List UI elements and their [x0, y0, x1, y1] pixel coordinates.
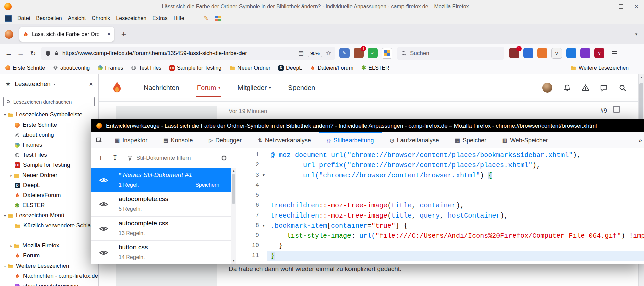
- lock-icon[interactable]: [54, 51, 59, 56]
- pen-extension-button[interactable]: ✎: [339, 48, 350, 58]
- bookmark-item[interactable]: ✱ELSTER: [361, 65, 389, 71]
- sidebar-close-icon[interactable]: ×: [89, 80, 93, 88]
- stylesheet-item[interactable]: button.css14 Regeln.: [91, 241, 236, 264]
- tree-bookmark-row[interactable]: ✱ELSTER: [0, 200, 98, 210]
- ext-3-button[interactable]: [537, 48, 547, 58]
- code-line[interactable]: [267, 181, 644, 191]
- tree-bookmark-row[interactable]: DDeepL: [0, 180, 98, 190]
- new-stylesheet-button[interactable]: +: [98, 153, 103, 163]
- site-nav-mitglieder[interactable]: Mitglieder▾: [238, 84, 271, 92]
- scrollbar-thumb[interactable]: [232, 174, 235, 204]
- other-bookmarks-button[interactable]: Weitere Lesezeichen: [570, 65, 629, 71]
- tree-bookmark-row[interactable]: Kürzlich verwendete Schlagwörter: [0, 221, 98, 231]
- devtools-tab-stilbearbeitung[interactable]: {}Stilbearbeitung: [319, 132, 382, 148]
- tree-bookmark-row[interactable]: Test Files: [0, 150, 98, 160]
- filter-stylesheets-input[interactable]: Stil-Dokumente filtern: [136, 155, 191, 161]
- stylesheet-list-scrollbar[interactable]: ▲ ▼: [231, 168, 236, 264]
- tree-bookmark-row[interactable]: about:config: [0, 130, 98, 140]
- menubar-grid-extension-icon[interactable]: [214, 15, 222, 22]
- save-link[interactable]: Speichern: [195, 182, 219, 188]
- css-source-editor[interactable]: 123▼45678▼91011 @-moz-document url("chro…: [236, 148, 644, 264]
- code-line[interactable]: list-style-image: url("file:///C:/Users/…: [267, 231, 644, 241]
- list-all-tabs-button[interactable]: ▾: [635, 32, 637, 37]
- tree-bookmark-row[interactable]: Frames: [0, 140, 98, 150]
- code-line[interactable]: .bookmark-item[container="true"] {: [267, 221, 644, 231]
- ext-1-button[interactable]: 1: [509, 48, 519, 58]
- twisty-open-icon[interactable]: ▾: [3, 214, 7, 218]
- fold-arrow-icon[interactable]: ▼: [262, 224, 265, 227]
- bookmark-item[interactable]: Test Files: [131, 65, 161, 71]
- menu-item-lesezeichen[interactable]: Lesezeichen: [113, 15, 149, 21]
- reader-mode-icon[interactable]: ▤: [298, 50, 304, 57]
- tree-bookmark-row[interactable]: LCSample for Testing: [0, 160, 98, 170]
- bookmark-item[interactable]: LCSample for Testing: [169, 65, 221, 71]
- ext-5-button[interactable]: [566, 48, 576, 58]
- restore-button[interactable]: [613, 0, 629, 13]
- devtools-tab-laufzeitanalyse[interactable]: ◷Laufzeitanalyse: [382, 132, 447, 148]
- pick-element-button[interactable]: [91, 132, 107, 148]
- bookmark-item[interactable]: Neuer Ordner: [229, 65, 270, 71]
- ext-7-button[interactable]: ∨: [594, 48, 604, 58]
- ext-2-button[interactable]: [523, 48, 533, 58]
- menu-item-hilfe[interactable]: Hilfe: [171, 15, 187, 21]
- site-nav-nachrichten[interactable]: Nachrichten: [144, 84, 179, 92]
- ext-6-button[interactable]: [580, 48, 590, 58]
- post-timestamp[interactable]: Vor 19 Minuten: [229, 108, 267, 115]
- twisty-closed-icon[interactable]: ▸: [9, 174, 14, 177]
- conversations-chat-icon[interactable]: [600, 84, 608, 92]
- code-line[interactable]: treechildren::-moz-tree-image(title, con…: [267, 201, 644, 211]
- tab-close-icon[interactable]: ×: [107, 31, 111, 38]
- devtools-tab-inspektor[interactable]: ▣Inspektor: [107, 132, 155, 148]
- bookmark-item[interactable]: Erste Schritte: [5, 65, 45, 71]
- options-gear-icon[interactable]: [221, 155, 227, 161]
- check-extension-button[interactable]: ✓: [368, 48, 378, 58]
- twisty-closed-icon[interactable]: ▸: [9, 244, 14, 248]
- url-text[interactable]: https://www.camp-firefox.de/forum/thema/…: [62, 50, 293, 57]
- tree-bookmark-row[interactable]: about:privatebrowsing: [0, 281, 98, 286]
- tree-folder-row[interactable]: ▾Lesezeichen-Symbolleiste: [0, 110, 98, 120]
- code-line[interactable]: url("chrome://browser/content/browser.xh…: [267, 171, 644, 181]
- twisty-open-icon[interactable]: ▾: [3, 113, 7, 117]
- moderation-warning-icon[interactable]: [582, 84, 589, 92]
- menu-item-datei[interactable]: Datei: [14, 15, 33, 21]
- bookmark-item[interactable]: about:config: [53, 65, 90, 71]
- devtools-overflow-chevron[interactable]: »: [638, 137, 642, 144]
- tree-folder-row[interactable]: ▾Weitere Lesezeichen: [0, 261, 98, 271]
- browser-tab[interactable]: Lässt sich die Farbe der Ord ×: [19, 27, 114, 42]
- code-line[interactable]: url-prefix("chrome://browser/content/pla…: [267, 160, 644, 171]
- sidebar-search-input[interactable]: Lesezeichen durchsuchen: [3, 97, 95, 106]
- url-bar[interactable]: https://www.camp-firefox.de/forum/thema/…: [41, 47, 335, 60]
- reload-button[interactable]: ↻: [27, 47, 39, 59]
- code-line[interactable]: }: [267, 251, 644, 261]
- stylesheet-item[interactable]: * Neues Stil-Dokument #11 Regel.Speicher…: [91, 168, 236, 192]
- site-nav-forum[interactable]: Forum▾: [197, 84, 220, 92]
- tree-bookmark-row[interactable]: Forum: [0, 251, 98, 261]
- close-button[interactable]: ×: [629, 0, 644, 13]
- menu-item-bearbeiten[interactable]: Bearbeiten: [33, 15, 65, 21]
- tree-bookmark-row[interactable]: ▸Mozilla Firefox: [0, 241, 98, 251]
- bookmark-item[interactable]: Frames: [98, 65, 123, 71]
- code-line[interactable]: }: [267, 241, 644, 251]
- menu-hamburger-button[interactable]: [608, 47, 621, 59]
- code-line[interactable]: treechildren::-moz-tree-image(title, que…: [267, 211, 644, 221]
- forward-button[interactable]: →: [15, 47, 27, 59]
- post-number[interactable]: #9: [600, 107, 607, 114]
- menu-item-chronik[interactable]: Chronik: [89, 15, 113, 21]
- stylesheet-item[interactable]: autocomplete.css5 Regeln.: [91, 192, 236, 217]
- user-avatar[interactable]: [542, 83, 552, 93]
- menu-item-ansicht[interactable]: Ansicht: [65, 15, 89, 21]
- menubar-pen-extension-icon[interactable]: ✎: [202, 15, 210, 22]
- site-logo-flame[interactable]: [110, 79, 124, 96]
- visibility-eye-icon[interactable]: [99, 248, 108, 258]
- grid-translator-extension-button[interactable]: [382, 48, 392, 59]
- tree-bookmark-row[interactable]: Erste Schritte: [0, 120, 98, 130]
- code-line[interactable]: @-moz-document url("chrome://browser/con…: [267, 150, 644, 160]
- back-button[interactable]: ←: [3, 47, 15, 59]
- bookmark-star-icon[interactable]: ☆: [326, 49, 331, 57]
- devtools-tab-netzwerkanalyse[interactable]: ⇅Netzwerkanalyse: [250, 132, 319, 148]
- visibility-eye-icon[interactable]: [99, 176, 108, 186]
- bookmark-item[interactable]: DDeepL: [278, 65, 302, 71]
- scroll-up-arrow[interactable]: ▲: [231, 169, 236, 172]
- tracking-protection-shield-icon[interactable]: [45, 50, 51, 56]
- devtools-tab-konsole[interactable]: ▤Konsole: [155, 132, 201, 148]
